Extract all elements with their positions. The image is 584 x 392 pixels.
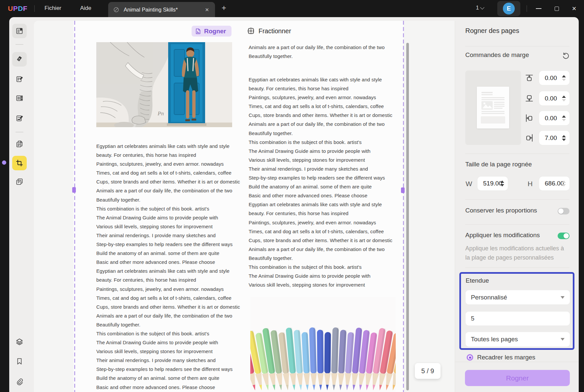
margin-left-input[interactable]: 0.00 bbox=[539, 111, 569, 125]
notification-dot bbox=[2, 160, 6, 165]
pdf-text-line: Paintings, sculptures, jewelry, and even… bbox=[249, 218, 392, 227]
margin-field-row: 7.00 bbox=[455, 131, 579, 145]
menu-fichier[interactable]: Fichier bbox=[45, 5, 61, 12]
pdf-text-line: Cups, store brands and other items. Whet… bbox=[249, 111, 392, 120]
pdf-text-line: beauty. For centuries, this horse has in… bbox=[249, 209, 392, 218]
pdf-text-line: Basic and other more advanced ones. Plea… bbox=[96, 383, 240, 392]
margin-top-input[interactable]: 0.00 bbox=[539, 71, 569, 85]
apply-mods-toggle[interactable] bbox=[558, 233, 569, 239]
sidebar-item-attachments[interactable] bbox=[12, 374, 27, 389]
spinner-down-icon[interactable] bbox=[562, 139, 566, 141]
pdf-text-line: Various skill levels, stepping stones fo… bbox=[96, 222, 240, 231]
account-button[interactable]: E bbox=[497, 1, 520, 16]
pdf-text-line: Step-by-step examples to help readers se… bbox=[96, 365, 240, 374]
chevron-down-icon bbox=[561, 296, 565, 299]
organize-pages-icon bbox=[15, 94, 23, 102]
margin-bottom-icon bbox=[525, 94, 534, 104]
range-pages-input[interactable]: 5 bbox=[466, 312, 570, 325]
pdf-text-line: Their animal renderings. I provide many … bbox=[96, 356, 240, 365]
crop-page-icon bbox=[195, 28, 201, 35]
crop-pages-panel: Rogner des pages Commandes de marge bbox=[455, 17, 579, 392]
spinner-up-icon[interactable] bbox=[562, 75, 566, 77]
minimize-icon bbox=[536, 8, 541, 9]
spinner-down-icon[interactable] bbox=[562, 79, 566, 81]
sidebar-item-layers[interactable] bbox=[12, 335, 27, 349]
maximize-icon bbox=[555, 7, 559, 11]
crop-guide-left[interactable] bbox=[74, 21, 75, 392]
sidebar-divider bbox=[15, 132, 23, 132]
range-group-highlighted: Etendue Personnalisé 5 Toutes les pages bbox=[459, 272, 574, 350]
sidebar-item-pages[interactable] bbox=[12, 137, 27, 151]
margin-right-input[interactable]: 7.00 bbox=[539, 131, 569, 145]
pdf-text-line: Beautifully together. bbox=[96, 320, 240, 329]
split-mode-button[interactable]: Fractionner bbox=[247, 24, 291, 38]
crop-handle-left[interactable] bbox=[72, 187, 76, 193]
pdf-text-line: Cups, store brands and other items. Whet… bbox=[96, 177, 240, 186]
window-count-dropdown[interactable]: 1 bbox=[476, 5, 484, 11]
reset-margins-button[interactable] bbox=[562, 51, 570, 60]
crop-apply-button[interactable]: Rogner bbox=[465, 370, 570, 386]
document-tab[interactable]: Animal Painting Skills* ✕ bbox=[108, 2, 215, 17]
pdf-text-line: Various skill levels, stepping stones fo… bbox=[249, 155, 392, 164]
margin-bottom-input[interactable]: 0.00 bbox=[539, 91, 569, 105]
pdf-text-line: Times, cat and dog art sells a lot of t-… bbox=[249, 102, 392, 111]
close-window-button[interactable]: ✕ bbox=[568, 0, 581, 17]
spinner-up-icon[interactable] bbox=[562, 96, 566, 98]
edit-document-icon bbox=[15, 114, 23, 122]
sidebar-item-crop[interactable] bbox=[12, 156, 27, 170]
bookmark-icon bbox=[15, 357, 23, 365]
pdf-text-line: Egyptian art celebrates animals like cat… bbox=[249, 200, 392, 209]
pdf-text-line: Cups, store brands and other items. Whet… bbox=[96, 302, 240, 311]
crop-handle-right[interactable] bbox=[401, 187, 405, 193]
titlebar-divider bbox=[527, 5, 527, 12]
keep-proportions-toggle[interactable] bbox=[558, 208, 569, 214]
pdf-text-line: This combination is the subject of this … bbox=[249, 138, 392, 147]
panel-divider bbox=[465, 46, 569, 46]
paperclip-icon bbox=[15, 378, 23, 385]
range-label: Etendue bbox=[466, 277, 489, 284]
sidebar-item-forms[interactable] bbox=[12, 111, 27, 126]
spinner-up-icon[interactable] bbox=[562, 181, 566, 183]
menu-aide[interactable]: Aide bbox=[80, 5, 91, 12]
spinner-up-icon[interactable] bbox=[562, 115, 566, 118]
maximize-button[interactable] bbox=[550, 0, 563, 17]
spinner-up-icon[interactable] bbox=[500, 181, 504, 183]
range-mode-dropdown[interactable]: Personnalisé bbox=[466, 290, 570, 304]
crop-margins-option[interactable]: Recadrer les marges bbox=[467, 354, 535, 361]
pdf-photo-pencils bbox=[250, 297, 396, 392]
pdf-text-line: Beautifully together. bbox=[249, 129, 392, 138]
spinner-down-icon[interactable] bbox=[562, 119, 566, 121]
tab-close-icon[interactable]: ✕ bbox=[204, 7, 210, 13]
sidebar-item-watermark[interactable] bbox=[12, 174, 27, 189]
crop-icon bbox=[15, 159, 23, 167]
margin-left-icon bbox=[525, 114, 534, 124]
sidebar-item-comment[interactable] bbox=[12, 52, 27, 67]
crop-guide-right[interactable] bbox=[403, 21, 404, 392]
radio-selected-icon[interactable] bbox=[467, 354, 473, 361]
height-input[interactable]: 686.00 bbox=[539, 177, 569, 190]
pdf-text-line: The Animal Drawing Guide aims to provide… bbox=[249, 271, 392, 280]
minimize-button[interactable] bbox=[532, 0, 545, 17]
sidebar-item-bookmarks[interactable] bbox=[12, 354, 27, 369]
pdf-text-line: beauty. For centuries, this horse has in… bbox=[249, 84, 392, 93]
window-count: 1 bbox=[476, 5, 479, 11]
sidebar-item-organize[interactable] bbox=[12, 91, 27, 105]
highlighter-icon bbox=[15, 55, 23, 63]
panel-divider bbox=[465, 224, 569, 225]
spinner-down-icon[interactable] bbox=[500, 184, 504, 186]
crop-mode-button[interactable]: Rogner bbox=[192, 26, 231, 37]
spinner-up-icon[interactable] bbox=[562, 135, 566, 137]
width-input[interactable]: 519.00 bbox=[477, 177, 508, 190]
spinner-down-icon[interactable] bbox=[562, 99, 566, 101]
pdf-text-line: Various skill levels, stepping stones fo… bbox=[249, 280, 392, 289]
sidebar-item-edit[interactable] bbox=[12, 72, 27, 86]
sidebar-item-reader[interactable] bbox=[12, 24, 27, 38]
apply-mods-description: Applique les modifications actuelles à l… bbox=[465, 244, 568, 262]
vertical-scrollbar[interactable] bbox=[406, 43, 409, 390]
spinner-down-icon[interactable] bbox=[562, 184, 566, 186]
pdf-text-line: Egyptian art celebrates animals like cat… bbox=[249, 75, 392, 84]
svg-text:Pn: Pn bbox=[157, 110, 164, 117]
new-tab-button[interactable]: + bbox=[222, 3, 226, 13]
range-scope-dropdown[interactable]: Toutes les pages bbox=[466, 332, 570, 347]
keep-proportions-label: Conserver les proportions bbox=[465, 207, 537, 214]
